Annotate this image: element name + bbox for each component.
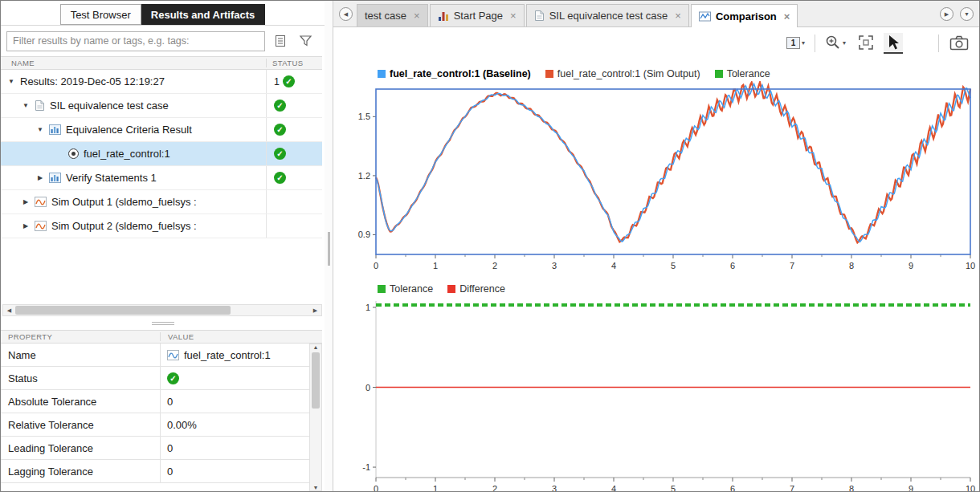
scroll-tabs-left-button[interactable]: ◀ — [339, 7, 353, 21]
close-icon[interactable]: × — [414, 10, 420, 22]
chevron-collapsed-icon[interactable]: ▶ — [22, 198, 30, 205]
property-row-absolute-tolerance[interactable]: Absolute Tolerance 0 — [1, 390, 309, 413]
scroll-right-arrow-icon[interactable]: ▶ — [309, 307, 321, 314]
filter-button[interactable] — [295, 31, 316, 51]
property-value[interactable]: 0 — [167, 442, 173, 454]
svg-text:1.2: 1.2 — [358, 171, 370, 181]
chevron-collapsed-icon[interactable]: ▶ — [36, 174, 44, 181]
tree-row-label: Sim Output 1 (sldemo_fuelsys : — [51, 196, 197, 208]
pointer-tool-button[interactable] — [884, 33, 903, 54]
scrollbar-thumb[interactable] — [312, 352, 320, 409]
tab-sil-equivalence-test-case[interactable]: SIL equivalence test case × — [526, 4, 689, 26]
svg-text:3: 3 — [552, 261, 557, 270]
tab-comparison[interactable]: Comparison × — [691, 4, 798, 27]
test-case-document-icon — [35, 100, 45, 112]
close-icon[interactable]: × — [510, 10, 517, 22]
tree-row-results[interactable]: ▼ Results: 2019-Dec-05 12:19:27 1 ✓ — [1, 70, 322, 94]
comparison-plot-legend: fuel_rate_control:1 (Baseline)fuel_rate_… — [378, 68, 770, 79]
tree-row-equivalence-criteria[interactable]: ▼ Equivalence Criteria Result ✓ — [1, 118, 322, 142]
property-value[interactable]: 0 — [167, 396, 173, 408]
property-label: Name — [1, 349, 160, 361]
svg-text:0: 0 — [374, 484, 378, 491]
chevron-expanded-icon[interactable]: ▼ — [22, 102, 30, 109]
difference-plot[interactable]: 012345678910-101 — [345, 295, 977, 491]
svg-text:7: 7 — [790, 261, 794, 270]
horizontal-splitter[interactable] — [1, 319, 325, 328]
plot-toolbar: 1 ▾ ▾ — [333, 27, 979, 58]
pass-icon: ✓ — [274, 100, 286, 112]
close-icon[interactable]: × — [675, 10, 681, 22]
property-table: Name fuel_rate_control:1 Status ✓ Absolu… — [1, 344, 309, 483]
tab-label: Test Browser — [71, 9, 131, 21]
scroll-left-arrow-icon[interactable]: ◀ — [3, 307, 15, 314]
column-header-property[interactable]: PROPERTY — [1, 332, 160, 341]
property-value: fuel_rate_control:1 — [184, 349, 271, 361]
property-label: Leading Tolerance — [1, 442, 160, 454]
data-cursors-button[interactable]: 1 ▾ — [784, 35, 807, 52]
tab-list-button[interactable]: ▼ — [960, 7, 974, 21]
chevron-expanded-icon[interactable]: ▼ — [36, 126, 44, 133]
property-value[interactable]: 0 — [167, 466, 173, 478]
svg-text:0.9: 0.9 — [358, 230, 370, 239]
vertical-scrollbar[interactable]: ▲ ▼ — [309, 344, 322, 491]
property-label: Lagging Tolerance — [1, 466, 160, 478]
tree-row-label: Results: 2019-Dec-05 12:19:27 — [20, 75, 165, 87]
property-row-relative-tolerance[interactable]: Relative Tolerance 0.00% — [1, 413, 309, 437]
legend-item: fuel_rate_control:1 (Sim Output) — [545, 68, 700, 79]
svg-text:6: 6 — [730, 484, 735, 491]
pass-count: 1 — [274, 76, 280, 87]
property-row-name[interactable]: Name fuel_rate_control:1 — [1, 344, 309, 367]
camera-icon — [949, 35, 969, 51]
column-header-status[interactable]: STATUS — [266, 59, 322, 67]
legend-item: fuel_rate_control:1 (Baseline) — [378, 68, 531, 79]
scroll-tabs-right-button[interactable]: ▶ — [940, 7, 953, 21]
tree-row-sil-test-case[interactable]: ▼ SIL equivalence test case ✓ — [1, 94, 322, 118]
tab-label: test case — [365, 10, 406, 22]
tree-row-sim-output-2[interactable]: ▶ Sim Output 2 (sldemo_fuelsys : — [1, 214, 322, 238]
list-view-button[interactable] — [269, 31, 291, 51]
radio-selected-icon[interactable] — [68, 148, 79, 159]
chevron-expanded-icon[interactable]: ▼ — [7, 78, 15, 85]
column-header-value[interactable]: VALUE — [160, 332, 322, 341]
down-arrow-icon: ▼ — [964, 11, 970, 17]
test-manager-window: Test Browser Results and Artifacts — [0, 0, 980, 492]
tab-start-page[interactable]: Start Page × — [430, 4, 525, 26]
pass-icon: ✓ — [274, 124, 286, 136]
property-row-leading-tolerance[interactable]: Leading Tolerance 0 — [1, 437, 309, 460]
legend-swatch — [447, 285, 455, 293]
property-value[interactable]: 0.00% — [167, 419, 197, 431]
scroll-up-arrow-icon[interactable]: ▲ — [310, 344, 322, 350]
scroll-down-arrow-icon[interactable]: ▼ — [310, 485, 322, 490]
tab-results-and-artifacts[interactable]: Results and Artifacts — [141, 4, 266, 25]
legend-swatch — [378, 285, 386, 293]
svg-text:5: 5 — [671, 484, 676, 491]
chevron-collapsed-icon[interactable]: ▶ — [22, 222, 30, 230]
tab-test-browser[interactable]: Test Browser — [60, 4, 141, 25]
scrollbar-track[interactable] — [15, 305, 309, 315]
panel-splitter[interactable] — [325, 1, 333, 491]
property-row-status[interactable]: Status ✓ — [1, 367, 309, 390]
tree-row-fuel-rate-control[interactable]: fuel_rate_control:1 ✓ — [1, 142, 322, 166]
svg-text:9: 9 — [909, 261, 913, 270]
tree-row-label: Equivalence Criteria Result — [66, 124, 192, 136]
tab-test-case[interactable]: test case × — [357, 4, 428, 26]
scrollbar-track[interactable] — [310, 350, 321, 485]
tree-row-sim-output-1[interactable]: ▶ Sim Output 1 (sldemo_fuelsys : — [1, 190, 322, 214]
tree-row-verify-statements[interactable]: ▶ Verify Statements 1 ✓ — [1, 166, 322, 190]
tree-row-label: SIL equivalence test case — [50, 100, 169, 112]
pass-icon: ✓ — [274, 172, 286, 184]
column-header-name[interactable]: NAME — [1, 59, 266, 67]
property-label: Relative Tolerance — [1, 419, 160, 431]
scrollbar-thumb[interactable] — [15, 306, 231, 315]
horizontal-scrollbar[interactable]: ◀ ▶ — [2, 304, 322, 316]
filter-input[interactable] — [6, 31, 265, 51]
property-row-lagging-tolerance[interactable]: Lagging Tolerance 0 — [1, 460, 309, 483]
list-view-icon — [274, 35, 287, 47]
close-icon[interactable]: × — [784, 10, 790, 22]
fit-to-view-button[interactable] — [855, 33, 876, 54]
snapshot-button[interactable] — [947, 34, 971, 54]
svg-text:5: 5 — [671, 261, 676, 270]
legend-item: Tolerance — [715, 68, 770, 79]
comparison-plot[interactable]: 0123456789100.91.21.5 — [345, 81, 977, 277]
zoom-button[interactable]: ▾ — [823, 33, 848, 54]
